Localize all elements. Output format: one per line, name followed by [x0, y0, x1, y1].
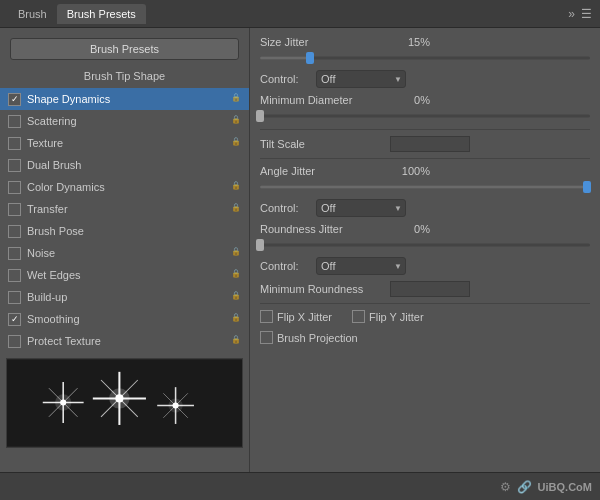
brush-option-scattering[interactable]: Scattering🔒	[0, 110, 249, 132]
flip-y-label: Flip Y Jitter	[369, 311, 424, 323]
brush-checkbox-2[interactable]	[8, 137, 21, 150]
control-select-wrapper-2: Off	[316, 199, 406, 217]
tilt-scale-input	[390, 136, 470, 152]
brush-option-dual-brush[interactable]: Dual Brush	[0, 154, 249, 176]
brush-projection-checkbox[interactable]	[260, 331, 273, 344]
divider-3	[260, 303, 590, 304]
expand-icon[interactable]: »	[568, 7, 575, 21]
brush-option-wet-edges[interactable]: Wet Edges🔒	[0, 264, 249, 286]
brush-label-10: Smoothing	[27, 313, 231, 325]
roundness-jitter-slider[interactable]	[260, 238, 590, 252]
lock-icon-9: 🔒	[231, 291, 241, 303]
size-jitter-control-row: Control: Off	[260, 70, 590, 88]
tab-icons: » ☰	[568, 7, 592, 21]
brush-projection-label: Brush Projection	[277, 332, 358, 344]
control-select-wrapper-1: Off	[316, 70, 406, 88]
brush-checkbox-8[interactable]	[8, 269, 21, 282]
control-select-2[interactable]: Off	[316, 199, 406, 217]
control-select-wrapper-3: Off	[316, 257, 406, 275]
brush-tip-shape-title: Brush Tip Shape	[0, 68, 249, 84]
size-jitter-value: 15%	[390, 36, 430, 48]
brush-checkbox-9[interactable]	[8, 291, 21, 304]
roundness-jitter-value: 0%	[390, 223, 430, 235]
brush-checkbox-6[interactable]	[8, 225, 21, 238]
roundness-jitter-row: Roundness Jitter 0%	[260, 223, 590, 235]
tilt-scale-row: Tilt Scale	[260, 136, 590, 152]
control-label-2: Control:	[260, 202, 310, 214]
flip-x-checkbox[interactable]	[260, 310, 273, 323]
min-diameter-value: 0%	[390, 94, 430, 106]
angle-jitter-row: Angle Jitter 100%	[260, 165, 590, 177]
brush-option-texture[interactable]: Texture🔒	[0, 132, 249, 154]
lock-icon-7: 🔒	[231, 247, 241, 259]
brush-label-6: Brush Pose	[27, 225, 241, 237]
brush-option-transfer[interactable]: Transfer🔒	[0, 198, 249, 220]
divider-1	[260, 129, 590, 130]
brush-checkbox-3[interactable]	[8, 159, 21, 172]
brush-label-7: Noise	[27, 247, 231, 259]
brush-option-brush-pose[interactable]: Brush Pose	[0, 220, 249, 242]
min-roundness-label: Minimum Roundness	[260, 283, 390, 295]
min-diameter-label: Minimum Diameter	[260, 94, 390, 106]
left-panel: Brush Presets Brush Tip Shape ✓Shape Dyn…	[0, 28, 250, 472]
lock-icon-0: 🔒	[231, 93, 241, 105]
watermark: UiBQ.CoM	[538, 481, 592, 493]
tilt-scale-label: Tilt Scale	[260, 138, 390, 150]
lock-icon-5: 🔒	[231, 203, 241, 215]
flip-y-checkbox[interactable]	[352, 310, 365, 323]
size-jitter-label: Size Jitter	[260, 36, 390, 48]
brush-option-build-up[interactable]: Build-up🔒	[0, 286, 249, 308]
link-icon[interactable]: 🔗	[517, 480, 532, 494]
brush-label-1: Scattering	[27, 115, 231, 127]
svg-point-12	[109, 388, 129, 408]
brush-preview	[6, 358, 243, 448]
brush-option-smoothing[interactable]: ✓Smoothing🔒	[0, 308, 249, 330]
main-content: Brush Presets Brush Tip Shape ✓Shape Dyn…	[0, 28, 600, 472]
flip-x-label: Flip X Jitter	[277, 311, 332, 323]
tab-brush-presets[interactable]: Brush Presets	[57, 4, 146, 24]
divider-2	[260, 158, 590, 159]
brush-option-noise[interactable]: Noise🔒	[0, 242, 249, 264]
brush-checkbox-10[interactable]: ✓	[8, 313, 21, 326]
brush-presets-button[interactable]: Brush Presets	[10, 38, 239, 60]
bottom-bar: ⚙ 🔗 UiBQ.CoM	[0, 472, 600, 500]
flip-y-row: Flip Y Jitter	[352, 310, 424, 323]
brush-option-protect-texture[interactable]: Protect Texture🔒	[0, 330, 249, 352]
brush-label-3: Dual Brush	[27, 159, 241, 171]
brush-checkbox-7[interactable]	[8, 247, 21, 260]
brush-checkbox-0[interactable]: ✓	[8, 93, 21, 106]
brush-label-4: Color Dynamics	[27, 181, 231, 193]
lock-icon-10: 🔒	[231, 313, 241, 325]
brush-option-color-dynamics[interactable]: Color Dynamics🔒	[0, 176, 249, 198]
roundness-jitter-label: Roundness Jitter	[260, 223, 390, 235]
tab-brush[interactable]: Brush	[8, 4, 57, 24]
brush-option-shape-dynamics[interactable]: ✓Shape Dynamics🔒	[0, 88, 249, 110]
angle-jitter-slider[interactable]	[260, 180, 590, 194]
svg-point-18	[168, 398, 182, 412]
min-roundness-input	[390, 281, 470, 297]
flip-x-row: Flip X Jitter	[260, 310, 332, 323]
lock-icon-8: 🔒	[231, 269, 241, 281]
brush-options-list: ✓Shape Dynamics🔒Scattering🔒Texture🔒Dual …	[0, 88, 249, 352]
angle-control-row: Control: Off	[260, 199, 590, 217]
settings-icon[interactable]: ⚙	[500, 480, 511, 494]
lock-icon-2: 🔒	[231, 137, 241, 149]
control-select-1[interactable]: Off	[316, 70, 406, 88]
brush-label-0: Shape Dynamics	[27, 93, 231, 105]
angle-jitter-value: 100%	[390, 165, 430, 177]
brush-checkbox-1[interactable]	[8, 115, 21, 128]
brush-checkbox-4[interactable]	[8, 181, 21, 194]
tab-bar: Brush Brush Presets » ☰	[0, 0, 600, 28]
brush-projection-row: Brush Projection	[260, 331, 590, 344]
brush-checkbox-5[interactable]	[8, 203, 21, 216]
min-diameter-slider[interactable]	[260, 109, 590, 123]
menu-icon[interactable]: ☰	[581, 7, 592, 21]
min-roundness-row: Minimum Roundness	[260, 281, 590, 297]
lock-icon-1: 🔒	[231, 115, 241, 127]
control-label-3: Control:	[260, 260, 310, 272]
lock-icon-4: 🔒	[231, 181, 241, 193]
brush-checkbox-11[interactable]	[8, 335, 21, 348]
size-jitter-slider[interactable]	[260, 51, 590, 65]
right-panel: Size Jitter 15% Control: Off Minimum Dia…	[250, 28, 600, 472]
control-select-3[interactable]: Off	[316, 257, 406, 275]
